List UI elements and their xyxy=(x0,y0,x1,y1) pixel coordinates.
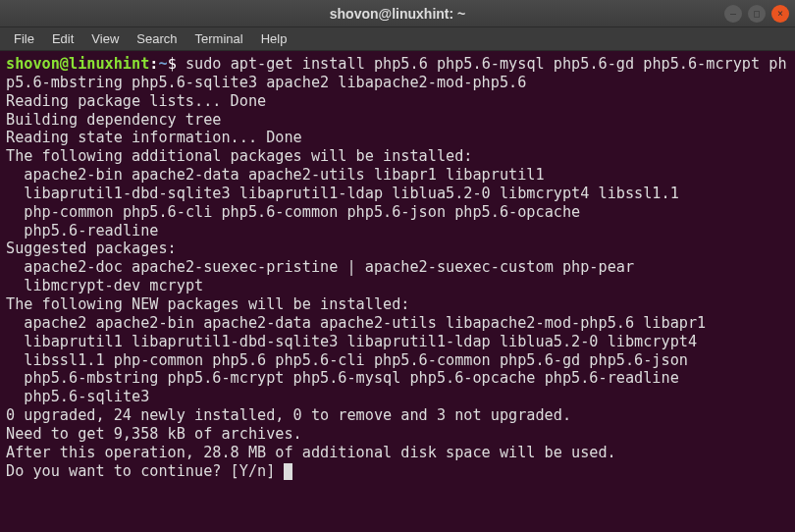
output-line: 0 upgraded, 24 newly installed, 0 to rem… xyxy=(6,406,571,424)
menu-help[interactable]: Help xyxy=(253,29,295,48)
output-line: libaprutil1 libaprutil1-dbd-sqlite3 liba… xyxy=(6,333,697,350)
output-line: libmcrypt-dev mcrypt xyxy=(6,277,203,294)
output-line: Suggested packages: xyxy=(6,239,177,257)
prompt-user-host: shovon@linuxhint xyxy=(6,55,149,73)
menu-view[interactable]: View xyxy=(83,29,127,48)
menu-file[interactable]: File xyxy=(6,29,42,48)
output-line: The following additional packages will b… xyxy=(6,147,472,165)
output-line: php-common php5.6-cli php5.6-common php5… xyxy=(6,203,580,221)
output-line: php5.6-readline xyxy=(6,222,158,239)
close-button[interactable]: × xyxy=(771,5,789,23)
terminal-viewport[interactable]: shovon@linuxhint:~$ sudo apt-get install… xyxy=(0,51,795,532)
minimize-button[interactable]: – xyxy=(724,5,742,23)
output-line: Building dependency tree xyxy=(6,111,221,129)
output-line: php5.6-mbstring php5.6-mcrypt php5.6-mys… xyxy=(6,369,679,387)
menu-edit[interactable]: Edit xyxy=(44,29,81,48)
output-line: Need to get 9,358 kB of archives. xyxy=(6,425,302,443)
output-line: apache2-doc apache2-suexec-pristine | ap… xyxy=(6,258,634,276)
output-line: The following NEW packages will be insta… xyxy=(6,295,409,313)
prompt-path: ~ xyxy=(158,55,167,73)
prompt-dollar: $ xyxy=(168,55,186,73)
window-title: shovon@linuxhint: ~ xyxy=(330,6,465,22)
output-line: libaprutil1-dbd-sqlite3 libaprutil1-ldap… xyxy=(6,185,679,202)
menu-search[interactable]: Search xyxy=(129,29,185,48)
menu-bar: File Edit View Search Terminal Help xyxy=(0,27,795,51)
window-controls: – □ × xyxy=(724,5,789,23)
output-line: Reading state information... Done xyxy=(6,129,302,146)
window-titlebar: shovon@linuxhint: ~ – □ × xyxy=(0,0,795,27)
menu-terminal[interactable]: Terminal xyxy=(187,29,251,48)
output-line: apache2-bin apache2-data apache2-utils l… xyxy=(6,166,545,184)
maximize-button[interactable]: □ xyxy=(748,5,766,23)
output-line: apache2 apache2-bin apache2-data apache2… xyxy=(6,314,706,332)
terminal-cursor xyxy=(284,463,292,480)
maximize-icon: □ xyxy=(754,8,760,19)
output-line: libssl1.1 php-common php5.6 php5.6-cli p… xyxy=(6,351,688,369)
minimize-icon: – xyxy=(730,8,736,19)
close-icon: × xyxy=(777,8,783,19)
output-line: After this operation, 28.8 MB of additio… xyxy=(6,444,616,461)
output-line: php5.6-sqlite3 xyxy=(6,388,149,405)
output-line: Reading package lists... Done xyxy=(6,92,266,110)
output-line: Do you want to continue? [Y/n] xyxy=(6,462,284,480)
